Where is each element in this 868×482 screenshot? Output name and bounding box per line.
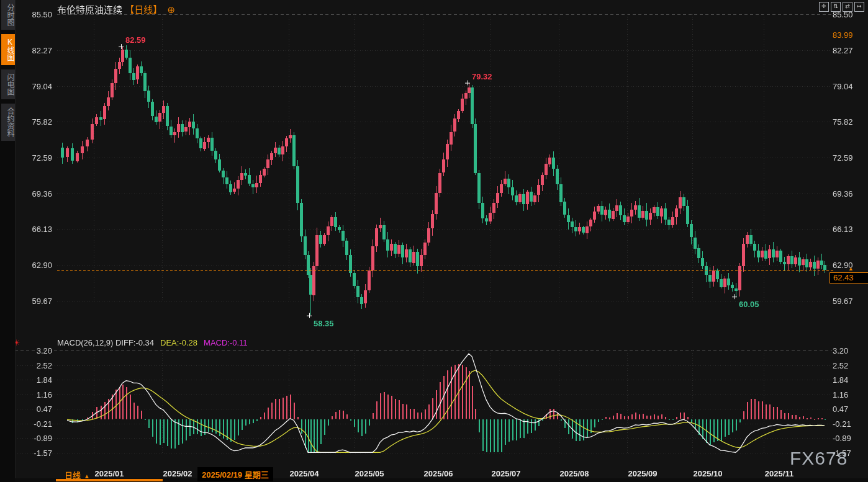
axis-tick-label: 1.16 [833, 390, 848, 399]
axis-tick-label: 59.67 [14, 297, 52, 306]
fit-vertical-icon[interactable]: ⇅ [831, 2, 841, 12]
axis-tick-label: 1.84 [833, 375, 848, 385]
sidebar-tab-item[interactable]: 合约资料 [1, 104, 15, 141]
high-price-annotation: 82.59 [125, 35, 146, 45]
period-tag[interactable]: 【日线】 [125, 4, 162, 15]
axis-tick-label: -0.89 [833, 434, 851, 443]
axis-tick-label: 59.67 [833, 297, 853, 306]
axis-tick-label: 62.90 [14, 261, 52, 270]
x-axis-month-label: 2025/06 [424, 469, 453, 478]
last-price-arrow-icon: ▲ [848, 266, 854, 272]
axis-tick-label: 2.52 [833, 360, 848, 370]
axis-tick-label: 72.59 [14, 153, 52, 162]
axis-tick-label: 0.47 [833, 404, 848, 414]
x-axis-month-label: 2025/11 [765, 469, 793, 478]
axis-tick-label: 1.84 [14, 375, 52, 385]
axis-tick-label: 69.36 [14, 189, 52, 198]
axis-tick-label: 82.27 [833, 45, 853, 55]
axis-tick-label: 79.04 [833, 81, 853, 91]
axis-tick-label: 69.36 [833, 189, 853, 198]
watermark: FX678 [790, 448, 848, 469]
x-axis-month-label: 2025/02 [163, 469, 192, 478]
x-axis-month-label: 2025/09 [628, 469, 658, 478]
macd-indicator-labels: MACD(26,12,9) DIFF:-0.34DEA:-0.28MACD:-0… [57, 338, 248, 347]
high-price-marker: 83.99 [833, 30, 853, 40]
high-price-annotation: 79.32 [472, 72, 492, 81]
axis-tick-label: -0.21 [833, 419, 851, 428]
axis-tick-label: 0.47 [14, 404, 52, 414]
add-indicator-icon[interactable]: ⊕ [167, 4, 175, 15]
chevron-up-icon: ▲ [84, 473, 90, 480]
axis-tick-label: -0.21 [14, 419, 52, 428]
axis-tick-label: 79.04 [14, 81, 52, 91]
chart-title-bar: 布伦特原油连续 【日线】 ⊕ [57, 2, 175, 16]
axis-tick-label: 72.59 [833, 153, 853, 162]
axis-tick-label: 85.50 [14, 10, 52, 19]
sidebar-tab-active[interactable]: K线图 [1, 34, 15, 65]
pan-icon[interactable]: ✛ [819, 2, 829, 12]
sidebar: 分时图K线图闪电图合约资料 [0, 0, 16, 482]
axis-tick-label: 2.52 [14, 360, 52, 370]
crosshair-date-tooltip: 2025/02/19 星期三 [197, 467, 273, 481]
low-price-annotation: 60.05 [739, 300, 759, 309]
axis-tick-label: 66.13 [833, 225, 853, 234]
macd-value-label: MACD:-0.11 [204, 338, 248, 347]
low-price-annotation: 58.35 [314, 319, 334, 328]
x-axis-month-label: 2025/01 [95, 469, 124, 478]
axis-tick-label: 66.13 [14, 225, 52, 234]
macd-name-label: MACD(26,12,9) DIFF:-0.34 [57, 338, 154, 347]
period-label: 日线 [65, 471, 81, 480]
last-price-badge: 62.43 [830, 272, 868, 283]
x-axis-month-label: 2025/04 [290, 469, 319, 478]
price-macd-canvas[interactable] [0, 0, 868, 482]
x-axis-month-label: 2025/08 [560, 469, 589, 478]
chart-toolbar: ✛⇅⇄↦ [819, 2, 864, 12]
sidebar-tab-item[interactable]: 分时图 [1, 0, 15, 30]
instrument-name: 布伦特原油连续 [57, 4, 122, 15]
axis-tick-label: 82.27 [14, 45, 52, 55]
x-axis-month-label: 2025/10 [694, 469, 723, 478]
chart-app: 分时图K线图闪电图合约资料 布伦特原油连续 【日线】 ⊕ ✛⇅⇄↦ 85.508… [0, 0, 868, 482]
macd-dea-label: DEA:-0.28 [160, 338, 197, 347]
x-axis-month-label: 2025/07 [492, 469, 521, 478]
x-axis-month-label: 2025/05 [355, 469, 384, 478]
axis-tick-label: 3.20 [833, 346, 848, 355]
axis-tick-label: 1.16 [14, 390, 52, 399]
axis-tick-label: 75.82 [833, 117, 853, 127]
fit-horizontal-icon[interactable]: ⇄ [843, 2, 852, 12]
period-selector[interactable]: 日线▲ [65, 469, 90, 481]
axis-tick-label: -0.89 [14, 434, 52, 443]
chart-scrollbar-track[interactable] [15, 478, 868, 482]
axis-tick-label: -1.57 [14, 449, 52, 458]
axis-tick-label: 75.82 [14, 117, 52, 127]
sidebar-tab-item[interactable]: 闪电图 [1, 69, 15, 99]
reset-view-icon[interactable]: ↦ [854, 2, 864, 12]
